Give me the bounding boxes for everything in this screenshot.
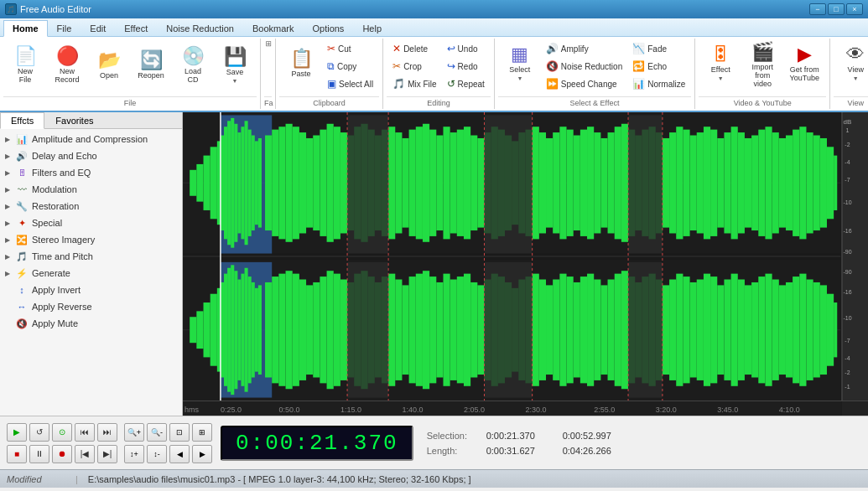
effect-item-amplitude[interactable]: ▶ 📊 Amplitude and Compression xyxy=(2,131,180,147)
play-button[interactable]: ▶ xyxy=(7,423,27,442)
svg-rect-137 xyxy=(340,280,347,380)
ribbon-group-video: 🎛 Effect ▼ 🎬 Import from video ▶ Get fro… xyxy=(695,39,830,109)
amplify-button[interactable]: 🔊 Amplify xyxy=(542,40,626,57)
waveform-canvas[interactable]: dB 1 -2 -4 -7 -10 -16 -90 -90 -16 -10 -7… xyxy=(183,112,868,401)
svg-rect-207 xyxy=(820,285,827,375)
prev-mark-button[interactable]: ◀ xyxy=(169,445,190,463)
effect-item-modulation[interactable]: ▶ 〰 Modulation xyxy=(2,181,180,198)
tab-file[interactable]: File xyxy=(48,20,81,36)
svg-rect-73 xyxy=(594,132,600,233)
tab-options[interactable]: Options xyxy=(303,20,353,36)
effect-item-filters[interactable]: ▶ 🎚 Filters and EQ xyxy=(2,164,180,181)
svg-rect-43 xyxy=(388,127,395,239)
reopen-button[interactable]: 🔄 Reopen xyxy=(131,40,171,90)
waveform-display: dB 1 -2 -4 -7 -10 -16 -90 -90 -16 -10 -7… xyxy=(183,112,868,401)
tab-home[interactable]: Home xyxy=(3,20,48,37)
noise-reduction-button[interactable]: 🔇 Noise Reduction xyxy=(542,58,626,75)
svg-rect-95 xyxy=(745,138,751,228)
svg-rect-199 xyxy=(765,274,772,386)
tab-bookmark[interactable]: Bookmark xyxy=(243,20,304,36)
normalize-button[interactable]: 📊 Normalize xyxy=(628,75,689,92)
svg-rect-152 xyxy=(443,274,450,386)
view-icon: 👁 xyxy=(846,45,865,64)
ribbon-group-clipboard-content: 📋 Paste ✂ Cut ⧉ Copy ▣ Select All xyxy=(279,39,379,96)
effect-item-apply-invert[interactable]: ▶ ↕ Apply Invert xyxy=(2,282,180,298)
mix-file-button[interactable]: 🎵 Mix File xyxy=(388,75,440,92)
effect-item-apply-mute[interactable]: ▶ 🔇 Apply Mute xyxy=(2,315,180,332)
effect-item-restoration[interactable]: ▶ 🔧 Restoration xyxy=(2,198,180,214)
view-button[interactable]: 👁 View ▼ xyxy=(835,40,868,86)
new-record-button[interactable]: 🔴 New Record xyxy=(47,40,87,90)
fade-button[interactable]: 📉 Fade xyxy=(628,40,689,57)
svg-rect-121 xyxy=(245,268,248,392)
open-button[interactable]: 📂 Open xyxy=(89,40,129,90)
zoom-in-v-button[interactable]: ↕+ xyxy=(124,445,144,463)
undo-button[interactable]: ↩ Undo xyxy=(443,40,489,57)
svg-text:-2: -2 xyxy=(845,142,850,147)
speed-change-button[interactable]: ⏩ Speed Change xyxy=(542,75,626,92)
echo-button[interactable]: 🔁 Echo xyxy=(628,58,689,75)
next-mark-button[interactable]: ▶ xyxy=(192,445,212,463)
svg-rect-88 xyxy=(697,132,704,233)
go-end-button[interactable]: ▶| xyxy=(97,445,117,463)
svg-rect-118 xyxy=(234,271,237,389)
svg-text:4:10.0: 4:10.0 xyxy=(779,406,800,414)
reopen-icon: 🔄 xyxy=(140,51,163,70)
tab-effect[interactable]: Effect xyxy=(115,20,157,36)
go-start-button[interactable]: |◀ xyxy=(75,445,95,463)
pause-button[interactable]: ⏸ xyxy=(29,445,49,463)
effect-item-stereo[interactable]: ▶ 🔀 Stereo Imagery xyxy=(2,231,180,248)
effect-button[interactable]: 🎛 Effect ▼ xyxy=(700,40,741,86)
zoom-full-button[interactable]: ⊞ xyxy=(192,423,212,442)
redo-button[interactable]: ↪ Redo xyxy=(443,58,489,75)
stop-button[interactable]: ■ xyxy=(7,445,27,463)
minimize-button[interactable]: − xyxy=(809,3,826,15)
effect-item-generate[interactable]: ▶ ⚡ Generate xyxy=(2,265,180,282)
zoom-out-h-button[interactable]: 🔍- xyxy=(147,423,167,442)
panel-tab-favorites[interactable]: Favorites xyxy=(44,112,104,128)
svg-rect-104 xyxy=(806,132,813,233)
tab-noise-reduction[interactable]: Noise Reduction xyxy=(157,20,243,36)
copy-button[interactable]: ⧉ Copy xyxy=(323,58,377,75)
svg-rect-185 xyxy=(669,280,676,380)
effect-item-delay[interactable]: ▶ 🔊 Delay and Echo xyxy=(2,147,180,164)
close-button[interactable]: × xyxy=(846,3,863,15)
svg-rect-20 xyxy=(245,121,248,245)
svg-text:3:20.0: 3:20.0 xyxy=(656,406,677,414)
effect-item-time-pitch[interactable]: ▶ 🎵 Time and Pitch xyxy=(2,248,180,265)
loop-button[interactable]: ↺ xyxy=(29,423,49,442)
prev-button[interactable]: ⏮ xyxy=(75,423,95,442)
record-button[interactable]: ⏺ xyxy=(52,445,72,463)
crop-button[interactable]: ✂ Crop xyxy=(388,58,440,75)
panel-tab-effects[interactable]: Effcts xyxy=(0,112,44,129)
titlebar-left: 🎵 Free Audio Editor xyxy=(5,3,91,15)
paste-button[interactable]: 📋 Paste xyxy=(281,40,321,86)
get-from-youtube-button[interactable]: ▶ Get from YouTube xyxy=(784,40,824,86)
select-all-button[interactable]: ▣ Select All xyxy=(323,75,377,92)
select-button[interactable]: ▦ Select ▼ xyxy=(500,40,540,86)
svg-rect-18 xyxy=(237,132,241,233)
zoom-in-h-button[interactable]: 🔍+ xyxy=(124,423,144,442)
tab-help[interactable]: Help xyxy=(353,20,391,36)
effect-item-apply-reverse[interactable]: ▶ ↔ Apply Reverse xyxy=(2,298,180,315)
expand-button[interactable]: ⊞ xyxy=(264,40,273,47)
import-from-video-button[interactable]: 🎬 Import from video xyxy=(742,40,782,90)
save-button[interactable]: 💾 Save ▼ xyxy=(215,40,255,90)
modulation-icon: 〰 xyxy=(15,183,29,196)
waveform-area[interactable]: dB 1 -2 -4 -7 -10 -16 -90 -90 -16 -10 -7… xyxy=(183,112,868,416)
new-file-button[interactable]: 📄 New File xyxy=(5,40,45,90)
loop-play-button[interactable]: ⊙ xyxy=(52,423,72,442)
maximize-button[interactable]: □ xyxy=(828,3,845,15)
titlebar-controls[interactable]: − □ × xyxy=(809,3,863,15)
effect-item-special[interactable]: ▶ ✦ Special xyxy=(2,214,180,231)
zoom-out-v-button[interactable]: ↕- xyxy=(147,445,167,463)
svg-rect-133 xyxy=(313,282,320,378)
repeat-button[interactable]: ↺ Repeat xyxy=(443,75,489,92)
tab-edit[interactable]: Edit xyxy=(81,20,115,36)
cut-button[interactable]: ✂ Cut xyxy=(323,40,377,57)
next-button[interactable]: ⏭ xyxy=(97,423,117,442)
zoom-sel-button[interactable]: ⊡ xyxy=(169,423,190,442)
import-label: Import from video xyxy=(745,63,780,88)
delete-button[interactable]: ✕ Delete xyxy=(388,40,440,57)
load-cd-button[interactable]: 💿 Load CD xyxy=(173,40,213,90)
